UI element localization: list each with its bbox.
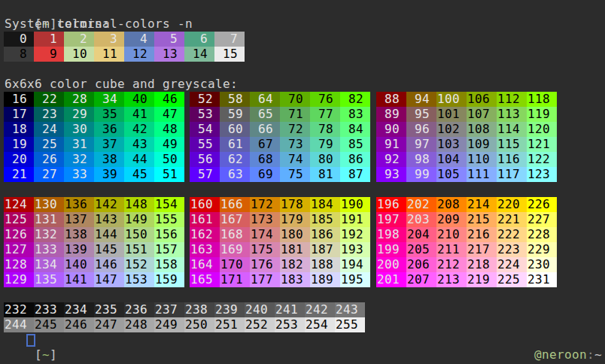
color-cell-42: 42 <box>124 122 154 137</box>
cube-row: 192531374349 <box>4 137 184 152</box>
color-cell-180: 180 <box>280 227 310 242</box>
color-cell-49: 49 <box>154 137 184 152</box>
color-cell-166: 166 <box>220 197 250 212</box>
color-cell-211: 211 <box>436 242 467 257</box>
color-cell-172: 172 <box>250 197 280 212</box>
color-cell-113: 113 <box>497 107 527 122</box>
color-cell-114: 114 <box>497 122 527 137</box>
cube-row: 127133139145151157 <box>4 242 184 257</box>
color-cell-198: 198 <box>376 227 406 242</box>
color-cell-162: 162 <box>190 227 220 242</box>
cube-row: 546066727884 <box>190 122 370 137</box>
terminal-window[interactable]: [~]terminal-colors -n System colors: 012… <box>0 0 605 364</box>
color-cell-189: 189 <box>310 272 340 287</box>
color-cell-9: 9 <box>34 47 64 62</box>
color-cell-191: 191 <box>340 212 370 227</box>
color-cell-229: 229 <box>527 242 557 257</box>
color-cell-141: 141 <box>64 272 94 287</box>
color-cell-96: 96 <box>406 122 436 137</box>
color-cell-179: 179 <box>280 212 310 227</box>
color-cell-18: 18 <box>4 122 34 137</box>
color-cell-79: 79 <box>310 137 340 152</box>
color-cell-128: 128 <box>4 257 34 272</box>
color-cell-195: 195 <box>340 272 370 287</box>
color-cell-163: 163 <box>190 242 220 257</box>
color-cell-217: 217 <box>467 242 497 257</box>
greyscale-row-2: 244245246247248249250251252253254255 <box>4 317 365 332</box>
color-cell-171: 171 <box>220 272 250 287</box>
color-cell-193: 193 <box>340 242 370 257</box>
cube-row: 162228344046 <box>4 92 184 107</box>
prompt-bracket-open: [ <box>35 347 42 362</box>
color-cell-173: 173 <box>250 212 280 227</box>
color-cell-68: 68 <box>250 152 280 167</box>
color-cell-249: 249 <box>154 317 184 332</box>
color-cell-224: 224 <box>497 257 527 272</box>
cube-row: 556167737985 <box>190 137 370 152</box>
color-cell-26: 26 <box>34 152 64 167</box>
color-cell-134: 134 <box>34 257 64 272</box>
color-cell-199: 199 <box>376 242 406 257</box>
color-cell-8: 8 <box>4 47 34 62</box>
color-cell-6: 6 <box>184 32 214 47</box>
cube-row: 163169175181187193 <box>190 242 370 257</box>
color-cell-146: 146 <box>94 257 124 272</box>
color-cell-168: 168 <box>220 227 250 242</box>
cube-block-124-159: 1241301361421481541251311371431491551261… <box>4 197 184 287</box>
color-cell-23: 23 <box>34 107 64 122</box>
color-cell-158: 158 <box>154 257 184 272</box>
cube-row: 161167173179185191 <box>190 212 370 227</box>
color-cell-181: 181 <box>280 242 310 257</box>
color-cell-247: 247 <box>94 317 124 332</box>
color-cell-111: 111 <box>467 167 497 182</box>
color-cell-144: 144 <box>94 227 124 242</box>
color-cell-95: 95 <box>406 107 436 122</box>
color-cell-206: 206 <box>406 257 436 272</box>
terminal-cursor[interactable] <box>26 334 35 347</box>
color-cell-74: 74 <box>280 152 310 167</box>
color-cell-187: 187 <box>310 242 340 257</box>
color-cell-22: 22 <box>34 92 64 107</box>
color-cell-213: 213 <box>436 272 467 287</box>
color-cell-103: 103 <box>436 137 467 152</box>
color-cell-47: 47 <box>154 107 184 122</box>
cube-label: 6x6x6 color cube and greyscale: <box>5 77 238 92</box>
cube-set-lower: 1241301361421481541251311371431491551261… <box>0 197 605 287</box>
color-cell-29: 29 <box>64 107 94 122</box>
cube-row: 164170176182188194 <box>190 257 370 272</box>
color-cell-253: 253 <box>275 317 305 332</box>
system-colors-row-normal: 01234567 <box>4 32 245 47</box>
color-cell-170: 170 <box>220 257 250 272</box>
cube-row: 9298104110116122 <box>376 152 557 167</box>
color-cell-142: 142 <box>94 197 124 212</box>
color-cell-244: 244 <box>4 317 34 332</box>
cube-row: 8894100106112118 <box>376 92 557 107</box>
color-cell-66: 66 <box>250 122 280 137</box>
cube-row: 129135141147153159 <box>4 272 184 287</box>
color-cell-115: 115 <box>497 137 527 152</box>
cube-row: 197203209215221227 <box>376 212 557 227</box>
color-cell-2: 2 <box>64 32 94 47</box>
cube-block-160-195: 1601661721781841901611671731791851911621… <box>190 197 370 287</box>
color-cell-127: 127 <box>4 242 34 257</box>
color-cell-77: 77 <box>310 107 340 122</box>
color-cell-154: 154 <box>154 197 184 212</box>
color-cell-232: 232 <box>4 302 34 317</box>
color-cell-145: 145 <box>94 242 124 257</box>
color-cell-13: 13 <box>154 47 184 62</box>
color-cell-219: 219 <box>467 272 497 287</box>
color-cell-185: 185 <box>310 212 340 227</box>
color-cell-98: 98 <box>406 152 436 167</box>
cube-row: 525864707682 <box>190 92 370 107</box>
color-cell-106: 106 <box>467 92 497 107</box>
color-cell-62: 62 <box>220 152 250 167</box>
color-cell-75: 75 <box>280 167 310 182</box>
cube-block-16-51: 1622283440461723293541471824303642481925… <box>4 92 184 182</box>
color-cell-70: 70 <box>280 92 310 107</box>
color-cell-108: 108 <box>467 122 497 137</box>
color-cell-188: 188 <box>310 257 340 272</box>
cube-row: 198204210216222228 <box>376 227 557 242</box>
color-cell-24: 24 <box>34 122 64 137</box>
color-cell-151: 151 <box>124 242 154 257</box>
color-cell-122: 122 <box>527 152 557 167</box>
